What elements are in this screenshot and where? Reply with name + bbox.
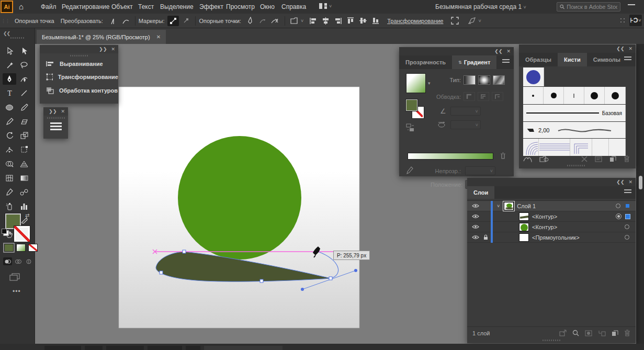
- align-bottom-icon[interactable]: [370, 16, 381, 26]
- pattern-brush-blank2[interactable]: [609, 139, 626, 156]
- brush-item-10pt[interactable]: [584, 87, 605, 104]
- tool-curvature[interactable]: [17, 73, 31, 85]
- align-right-icon[interactable]: [332, 16, 344, 26]
- search-input[interactable]: Поиск в Adobe Stock: [557, 2, 620, 12]
- tool-selection[interactable]: [3, 45, 16, 57]
- tool-blend[interactable]: [17, 186, 31, 198]
- toolbar-more-icon[interactable]: •••: [13, 288, 21, 295]
- menu-edit[interactable]: Редактирование: [62, 3, 109, 10]
- connect-path-icon[interactable]: [257, 16, 268, 26]
- panel-grip[interactable]: [47, 117, 65, 119]
- layer-thumbnail[interactable]: [504, 202, 514, 210]
- show-handles-icon[interactable]: [167, 16, 179, 26]
- layer-row[interactable]: <Прямоугольник>: [467, 232, 636, 243]
- dock-options-icon[interactable]: [620, 18, 626, 24]
- tool-graph[interactable]: [17, 200, 31, 212]
- eye-icon[interactable]: [472, 235, 479, 240]
- draw-behind-mode-icon[interactable]: [14, 257, 22, 265]
- trash-icon[interactable]: [624, 155, 630, 162]
- stroke-along-icon[interactable]: [478, 92, 489, 101]
- align-center-h-icon[interactable]: [320, 16, 331, 26]
- menu-object[interactable]: Объект: [111, 3, 133, 10]
- tab-swatches[interactable]: Образцы: [519, 53, 558, 66]
- brush-libraries-icon[interactable]: [523, 155, 532, 162]
- isolate-selection-icon[interactable]: [289, 16, 300, 26]
- panel-grip[interactable]: ⋮⋮: [1, 18, 9, 24]
- tool-ellipse[interactable]: [3, 101, 16, 113]
- expand-panel-icon[interactable]: ❯❯: [99, 47, 107, 52]
- panel-menu-icon[interactable]: [624, 189, 631, 195]
- tool-paintbrush[interactable]: [17, 101, 31, 113]
- fill-proxy-swatch[interactable]: [406, 99, 417, 111]
- close-icon[interactable]: ✕: [628, 179, 632, 185]
- new-layer-icon[interactable]: [612, 330, 618, 336]
- close-icon[interactable]: ✕: [628, 46, 632, 51]
- app-logo[interactable]: Ai: [1, 1, 13, 13]
- pattern-brush-corner[interactable]: [523, 139, 539, 156]
- align-middle-v-icon[interactable]: [357, 16, 369, 26]
- gradient-thumbnail[interactable]: [406, 73, 426, 93]
- menu-select[interactable]: Выделение: [160, 3, 194, 10]
- shear-icon[interactable]: [466, 16, 478, 26]
- collapse-icon[interactable]: ❮❮: [494, 49, 502, 54]
- aspect-combo[interactable]: ˅: [450, 120, 481, 129]
- color-button[interactable]: [4, 244, 14, 252]
- target-circle-icon[interactable]: [616, 213, 622, 219]
- panel-menu-icon[interactable]: [502, 59, 510, 64]
- workspace-name[interactable]: Безымянная рабочая среда 1 ˅: [435, 3, 526, 10]
- eye-icon[interactable]: [472, 224, 479, 229]
- tab-symbols[interactable]: Символы: [587, 53, 627, 66]
- lock-icon[interactable]: [483, 234, 488, 240]
- selection-indicator[interactable]: [625, 214, 630, 219]
- brush-item-blue-dot[interactable]: [523, 67, 544, 86]
- tool-mesh[interactable]: [3, 172, 16, 184]
- menu-type[interactable]: Текст: [138, 3, 154, 10]
- draw-normal-mode-icon[interactable]: [3, 257, 12, 265]
- gradient-eyedropper-icon[interactable]: [406, 166, 413, 177]
- object-name[interactable]: <Контур>: [532, 213, 557, 220]
- quick-item-pathfinder[interactable]: Обработка контуров: [40, 84, 118, 97]
- object-name[interactable]: <Контур>: [532, 224, 557, 230]
- close-icon[interactable]: ✕: [506, 49, 511, 54]
- target-circle-icon[interactable]: [625, 224, 629, 229]
- brush-item-5pt[interactable]: [544, 87, 564, 104]
- tab-layers[interactable]: Слои: [467, 186, 494, 199]
- brush-item-3pt[interactable]: [523, 87, 544, 104]
- tool-shape-builder[interactable]: [3, 158, 16, 170]
- tool-eraser[interactable]: [17, 116, 31, 127]
- menu-view[interactable]: Просмотр: [226, 3, 255, 10]
- gradient-presets-chevron[interactable]: ▾: [428, 81, 431, 86]
- expand-transform-icon[interactable]: [449, 16, 460, 26]
- quick-item-align[interactable]: Выравнивание: [40, 58, 118, 70]
- selection-indicator[interactable]: [626, 204, 629, 208]
- convert-corner-icon[interactable]: [107, 16, 119, 26]
- remove-anchor-icon[interactable]: [244, 16, 256, 26]
- new-sublayer-icon[interactable]: [598, 330, 606, 336]
- draw-inside-mode-icon[interactable]: [24, 257, 33, 265]
- close-icon[interactable]: ✕: [111, 47, 115, 52]
- opacity-combo[interactable]: ˅: [465, 166, 495, 175]
- close-icon[interactable]: ✕: [156, 34, 161, 40]
- stroke-across-icon[interactable]: [492, 92, 503, 101]
- layer-row[interactable]: <Контур>: [467, 222, 636, 232]
- tool-pen[interactable]: [3, 73, 16, 85]
- align-left-icon[interactable]: [307, 16, 319, 26]
- align-top-icon[interactable]: [345, 16, 356, 26]
- quick-item-transform[interactable]: Трансформирование: [40, 70, 118, 84]
- hide-handles-icon[interactable]: [180, 16, 191, 26]
- default-fill-stroke-icon[interactable]: [3, 230, 9, 236]
- tool-direct-selection[interactable]: [17, 45, 31, 57]
- target-circle-icon[interactable]: [625, 235, 629, 240]
- object-thumbnail[interactable]: [519, 233, 529, 242]
- pattern-brush-blank1[interactable]: [592, 139, 609, 156]
- collect-export-icon[interactable]: [559, 330, 567, 336]
- locate-object-icon[interactable]: [572, 330, 579, 336]
- gradient-slider[interactable]: [408, 153, 493, 160]
- tool-symbol-sprayer[interactable]: [3, 200, 16, 212]
- freeform-gradient-type-icon[interactable]: [493, 75, 505, 85]
- collapse-icon[interactable]: ❮❮: [616, 179, 624, 185]
- menu-lines-icon[interactable]: [43, 120, 68, 130]
- tool-width[interactable]: [3, 144, 16, 155]
- tab-gradient[interactable]: ⇅Градиент: [452, 55, 496, 69]
- remove-brush-stroke-icon[interactable]: [581, 156, 587, 162]
